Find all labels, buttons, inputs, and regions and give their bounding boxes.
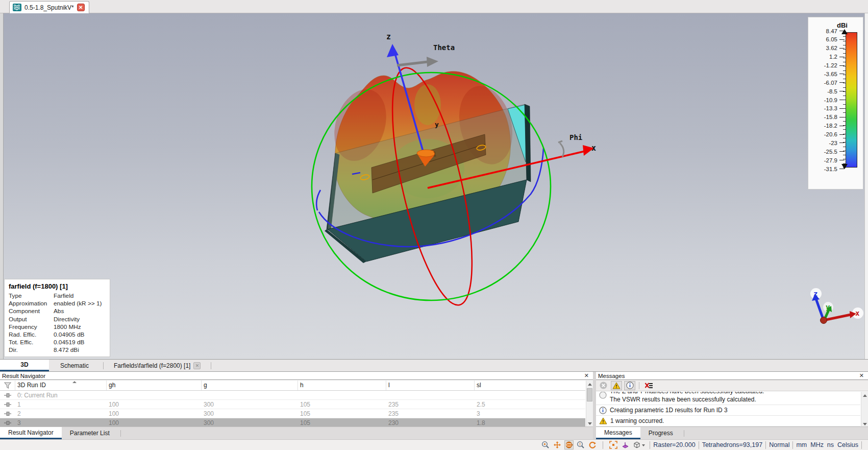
view-tab-bar: 3D Schematic Farfields\farfield (f=2800)… — [0, 359, 868, 371]
info-icon — [599, 407, 607, 414]
scroll-up-icon[interactable] — [861, 392, 868, 399]
legend-tick: -15.8 — [824, 114, 845, 120]
rotate-view-icon[interactable] — [564, 440, 574, 449]
farfield-3d-scene[interactable]: z Theta Phi x y 1 — [0, 13, 868, 359]
view-options-icon[interactable] — [632, 440, 647, 449]
legend-tick: 1.2 — [829, 54, 845, 60]
tab-schematic[interactable]: Schematic — [49, 360, 100, 371]
legend-tick: -8.5 — [827, 88, 845, 94]
viewport-3d[interactable]: z Theta Phi x y 1 dBi 8.47 6.05 3.62 1.2… — [0, 13, 868, 359]
info-row: Dir.8.472 dBi — [9, 346, 106, 354]
info-row: Frequency1800 MHz — [9, 323, 106, 331]
mesh-mode-status[interactable]: Normal — [769, 441, 789, 448]
table-row-selected[interactable]: 3 100 300 105 230 1.8 — [0, 418, 585, 427]
dynamic-zoom-icon[interactable] — [576, 440, 585, 449]
tab-result-navigator[interactable]: Result Navigator — [0, 427, 62, 439]
tab-farfields[interactable]: Farfields\farfield (f=2800) [1] ✕ — [107, 360, 208, 371]
clipping-tool-icon[interactable] — [621, 440, 630, 449]
column-header-g[interactable]: g — [202, 381, 298, 390]
info-row: OutputDirectivity — [9, 316, 106, 323]
tab-3d[interactable]: 3D — [0, 360, 49, 371]
message-item[interactable]: 1 warning occurred. — [596, 416, 860, 427]
result-navigator-tab-bar: Result Navigator Parameter List — [0, 427, 593, 439]
tab-parameter-list[interactable]: Parameter List — [62, 427, 118, 439]
spin-view-icon[interactable] — [588, 440, 597, 449]
phi-label: Phi — [569, 133, 582, 141]
column-header-h[interactable]: h — [298, 381, 386, 390]
units-status[interactable]: mm MHz ns Celsius — [796, 441, 858, 448]
z-axis-label: z — [386, 32, 391, 41]
statusbar-separator — [861, 441, 862, 449]
filter-icon[interactable] — [0, 381, 15, 390]
filter-errors-icon[interactable] — [598, 381, 609, 390]
column-header-sl[interactable]: sl — [475, 381, 585, 390]
toolbar-separator — [639, 382, 639, 389]
legend-tick: -6.07 — [824, 80, 845, 85]
message-text: The VSWR results have been successfully … — [610, 395, 764, 404]
info-row: ComponentAbs — [9, 307, 106, 315]
message-text: Creating parametric 1D results for Run I… — [610, 406, 728, 414]
pin-icon[interactable] — [0, 393, 15, 398]
table-row[interactable]: 1 100 300 105 235 2.5 — [0, 400, 585, 409]
messages-header: Messages ✕ — [596, 372, 868, 380]
zoom-in-icon[interactable] — [541, 440, 550, 449]
messages-close-icon[interactable]: ✕ — [857, 372, 866, 379]
raster-status[interactable]: Raster=20.000 — [653, 441, 695, 448]
tab-schematic-label: Schematic — [60, 362, 89, 369]
info-row: TypeFarfield — [9, 292, 106, 300]
legend-tick: -20.6 — [824, 132, 845, 137]
statusbar-separator — [765, 441, 766, 449]
theta-arrow — [397, 57, 438, 67]
table-row[interactable]: 0: Current Run — [0, 391, 585, 400]
messages-panel: Messages ✕ The Z and Y matrices have be — [596, 371, 868, 439]
column-header-l[interactable]: l — [386, 381, 475, 390]
pin-icon[interactable] — [0, 402, 15, 407]
legend-tick: 8.47 — [826, 28, 845, 34]
message-item[interactable]: The Z and Y matrices have been successfu… — [596, 392, 860, 405]
message-item[interactable]: Creating parametric 1D results for Run I… — [596, 405, 860, 416]
tab-separator — [211, 362, 211, 369]
scroll-down-icon[interactable] — [586, 420, 593, 427]
result-navigator-close-icon[interactable]: ✕ — [582, 372, 591, 379]
messages-toolbar — [596, 380, 868, 391]
tetrahedrons-status: Tetrahedrons=93,197 — [702, 441, 763, 448]
message-text: 1 warning occurred. — [610, 417, 664, 425]
tab-farfields-close-icon[interactable]: ✕ — [193, 362, 201, 369]
port-label: 1 — [433, 151, 436, 158]
statusbar-separator — [603, 441, 603, 449]
color-legend: dBi 8.47 6.05 3.62 1.2 -1.22 -3.65 -6.07… — [808, 17, 863, 190]
phi-arrow-tip — [558, 141, 562, 143]
filter-info-icon[interactable] — [624, 381, 635, 390]
messages-tab-bar: Messages Progress — [596, 427, 868, 439]
column-header-run-id[interactable]: 3D Run ID — [15, 381, 107, 390]
messages-scrollbar[interactable] — [861, 392, 868, 428]
clear-messages-icon[interactable] — [643, 381, 654, 390]
fit-view-icon[interactable] — [609, 440, 618, 449]
tab-farfields-label: Farfields\farfield (f=2800) [1] — [114, 362, 190, 369]
farfield-info-title: farfield (f=1800) [1] — [9, 282, 106, 290]
document-tab-close-icon[interactable]: ✕ — [77, 4, 85, 11]
messages-title: Messages — [598, 373, 857, 379]
viewport-left-strip — [0, 13, 4, 359]
warning-icon — [599, 417, 607, 424]
phi-arrow — [560, 143, 564, 157]
tab-progress[interactable]: Progress — [640, 427, 681, 439]
result-table-scrollbar[interactable] — [586, 381, 593, 427]
document-tab[interactable]: 0.5-1.8_SputnikV* ✕ — [9, 1, 89, 13]
filter-warnings-icon[interactable] — [611, 381, 622, 390]
pin-icon[interactable] — [0, 420, 15, 425]
table-row[interactable]: 2 100 300 105 235 3 — [0, 409, 585, 418]
tab-messages[interactable]: Messages — [596, 427, 640, 439]
legend-tick: -31.5 — [824, 166, 845, 172]
legend-tick: -18.2 — [824, 123, 845, 129]
info-row: Tot. Effic.0.04519 dB — [9, 339, 106, 346]
column-header-gh[interactable]: gh — [107, 381, 202, 390]
triad-z-label: z — [813, 290, 817, 298]
messages-list: The Z and Y matrices have been successfu… — [596, 392, 860, 428]
scrollbar-thumb[interactable] — [587, 388, 592, 401]
pan-view-icon[interactable] — [553, 440, 562, 449]
pin-icon[interactable] — [0, 411, 15, 416]
result-table-header: 3D Run ID gh g h l sl — [0, 381, 585, 391]
cst-document-icon — [13, 4, 21, 11]
scroll-up-icon[interactable] — [586, 381, 593, 388]
